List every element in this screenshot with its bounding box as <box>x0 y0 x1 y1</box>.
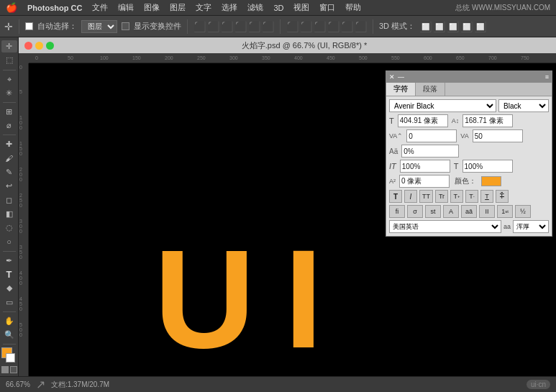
dist-icon-5[interactable]: ⬛ <box>341 21 353 32</box>
3d-btn-1[interactable]: 🔲 <box>419 21 432 32</box>
menu-file[interactable]: 文件 <box>92 2 108 13</box>
hand-tool[interactable]: ✋ <box>1 315 17 327</box>
magic-wand-tool[interactable]: ✳ <box>1 87 17 99</box>
lig-ordinal[interactable]: 1st <box>497 205 513 218</box>
path-select-tool[interactable]: ◆ <box>1 282 17 294</box>
lig-st[interactable]: st <box>425 205 441 218</box>
dist-icon-3[interactable]: ⬛ <box>314 21 326 32</box>
panel-close-icon[interactable]: ✕ <box>389 73 395 81</box>
lig-aa[interactable]: aā <box>461 205 477 218</box>
menu-view[interactable]: 视图 <box>293 2 309 13</box>
menu-layer[interactable]: 图层 <box>170 2 186 13</box>
stamp-tool[interactable]: ✎ <box>1 166 17 178</box>
tool-sep-4 <box>3 251 16 252</box>
scale-v-field[interactable]: 100% <box>400 160 450 173</box>
dist-icon-2[interactable]: ⬛ <box>300 21 312 32</box>
type-subscript[interactable]: T- <box>465 190 478 203</box>
transform-checkbox[interactable] <box>122 22 129 30</box>
dodge-tool[interactable]: ○ <box>1 235 17 247</box>
distribute-buttons: ⬛ ⬛ ⬛ ⬛ ⬛ ⬛ <box>286 21 367 32</box>
crop-tool[interactable]: ⊞ <box>1 106 17 118</box>
lig-sigma[interactable]: σ <box>407 205 423 218</box>
align-vcenter-icon[interactable]: ⬛ <box>248 21 260 32</box>
font-style-select[interactable]: Black <box>498 99 549 112</box>
lig-fi[interactable]: fi <box>389 205 405 218</box>
kerning-field[interactable]: 0 <box>406 129 457 142</box>
leading-field[interactable]: 168.71 像素 <box>462 114 513 127</box>
scale-h-field[interactable]: 100% <box>462 160 513 173</box>
tracking-field[interactable]: 50 <box>473 129 523 142</box>
menu-help[interactable]: 帮助 <box>345 2 361 13</box>
move-tool[interactable]: ✛ <box>1 40 17 53</box>
apple-menu[interactable]: 🍎 <box>6 2 17 13</box>
align-center-icon[interactable]: ⬛ <box>207 21 219 32</box>
move-tool-icon[interactable]: ✛ <box>4 21 13 32</box>
lig-ii[interactable]: II <box>479 205 495 218</box>
antialias-select[interactable]: 浑厚 <box>513 220 549 233</box>
menu-type[interactable]: 文字 <box>196 2 211 13</box>
color-swatch[interactable] <box>481 176 501 186</box>
type-underline[interactable]: T <box>480 190 493 203</box>
eyedropper-tool[interactable]: ⌀ <box>1 119 17 132</box>
menu-filter[interactable]: 滤镜 <box>247 2 263 13</box>
v-tick-0: 0 <box>19 63 28 89</box>
3d-btn-5[interactable]: 🔲 <box>474 21 486 32</box>
3d-btn-4[interactable]: 🔲 <box>460 21 473 32</box>
canvas-area: 火焰字.psd @ 66.7% (UI, RGB/8*) * 0 50 100 … <box>19 37 556 376</box>
panel-collapse-icon[interactable]: — <box>398 73 404 81</box>
text-tool[interactable]: T <box>1 268 17 281</box>
minimize-button[interactable] <box>35 42 43 50</box>
layer-select[interactable]: 图层 <box>81 20 117 33</box>
eraser-tool[interactable]: ◻ <box>1 193 17 206</box>
align-right-icon[interactable]: ⬛ <box>221 21 233 32</box>
faux-field[interactable]: 0% <box>401 145 459 158</box>
align-left-icon[interactable]: ⬛ <box>193 21 206 32</box>
status-icon[interactable]: ↗ <box>36 378 45 391</box>
healing-tool[interactable]: ✚ <box>1 138 17 150</box>
blur-tool[interactable]: ◌ <box>1 222 17 234</box>
zoom-tool[interactable]: 🔍 <box>1 329 17 341</box>
tab-paragraph[interactable]: 段落 <box>416 83 445 96</box>
type-italic[interactable]: I <box>404 190 417 203</box>
pen-tool[interactable]: ✒ <box>1 255 17 267</box>
brush-tool[interactable]: 🖌 <box>1 152 17 165</box>
lig-fraction[interactable]: ½ <box>515 205 531 218</box>
dist-icon-6[interactable]: ⬛ <box>355 21 367 32</box>
language-select[interactable]: 美国英语 <box>389 220 501 233</box>
menu-image[interactable]: 图像 <box>144 2 160 13</box>
maximize-button[interactable] <box>46 42 54 50</box>
menu-3d[interactable]: 3D <box>273 4 283 12</box>
selection-tool[interactable]: ⬚ <box>1 54 17 66</box>
baseline-field[interactable]: 0 像素 <box>399 175 450 188</box>
align-top-icon[interactable]: ⬛ <box>234 21 247 32</box>
shape-tool[interactable]: ▭ <box>1 296 17 308</box>
align-bottom-icon[interactable]: ⬛ <box>262 21 274 32</box>
gradient-tool[interactable]: ◧ <box>1 208 17 220</box>
3d-btn-2[interactable]: 🔲 <box>433 21 445 32</box>
dist-icon-4[interactable]: ⬛ <box>327 21 339 32</box>
font-family-select[interactable]: Avenir Black <box>389 99 496 112</box>
3d-btn-3[interactable]: 🔲 <box>447 21 459 32</box>
standard-mode[interactable] <box>1 366 9 373</box>
close-button[interactable] <box>24 42 32 50</box>
menu-window[interactable]: 窗口 <box>319 2 335 13</box>
menu-edit[interactable]: 编辑 <box>118 2 134 13</box>
auto-select-checkbox[interactable] <box>25 22 33 30</box>
menu-select[interactable]: 选择 <box>222 2 237 13</box>
panel-menu-icon[interactable]: ≡ <box>545 73 549 81</box>
history-brush[interactable]: ↩ <box>1 180 17 192</box>
type-bold[interactable]: T <box>389 190 402 203</box>
type-superscript[interactable]: T+ <box>450 190 463 203</box>
dist-icon-1[interactable]: ⬛ <box>286 21 298 32</box>
quick-mask[interactable] <box>10 366 17 373</box>
type-strikethrough[interactable]: T̄ <box>496 190 509 203</box>
color-swatch-group[interactable] <box>1 347 17 363</box>
background-color[interactable] <box>6 353 15 363</box>
tab-character[interactable]: 字符 <box>386 83 416 96</box>
type-small-caps[interactable]: Tr <box>435 190 448 203</box>
panel-header: ✕ — ≡ <box>386 71 552 83</box>
font-size-field[interactable]: 404.91 像素 <box>398 114 448 127</box>
type-all-caps[interactable]: TT <box>419 190 433 203</box>
lasso-tool[interactable]: ⌖ <box>1 73 17 85</box>
lig-a[interactable]: A <box>443 205 459 218</box>
